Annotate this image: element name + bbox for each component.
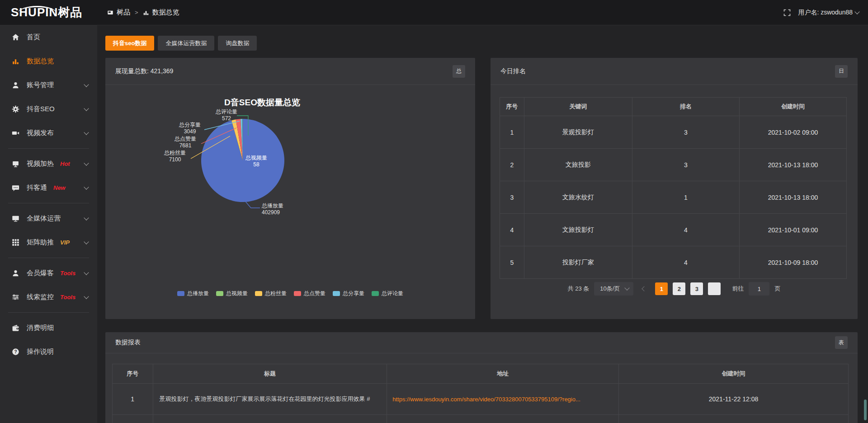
monitor-icon — [12, 215, 20, 222]
page-button-3[interactable]: 3 — [690, 282, 703, 295]
bar-chart-icon — [143, 9, 149, 16]
screen-icon — [107, 9, 113, 16]
tab-media-operation-data[interactable]: 全媒体运营数据 — [158, 36, 214, 51]
legend-item[interactable]: 总评论量 — [372, 290, 403, 297]
chevron-down-icon — [84, 294, 89, 299]
pie-chart-svg — [201, 119, 284, 202]
chevron-down-icon — [84, 130, 89, 135]
table-row: 5投影灯厂家42021-10-09 18:00 — [500, 246, 847, 279]
sidebar-item-data-overview[interactable]: 数据总览 — [0, 49, 97, 73]
total-view-button[interactable]: 总 — [453, 65, 465, 78]
sidebar-item-video-publish[interactable]: 视频发布 — [0, 121, 97, 145]
column-header: 序号 — [500, 98, 524, 116]
chart-legend: 总播放量总视频量总粉丝量总点赞量总分享量总评论量 — [105, 290, 475, 297]
page-button-1[interactable]: 1 — [655, 282, 668, 295]
sidebar-item-label: 矩阵助推 — [27, 238, 54, 247]
tab-inquiry-data[interactable]: 询盘数据 — [218, 36, 257, 51]
next-page-button[interactable] — [708, 282, 721, 295]
table-cell: 3 — [632, 149, 739, 181]
chevron-left-icon — [642, 286, 647, 291]
daily-view-button[interactable]: 日 — [835, 65, 848, 78]
chevron-down-icon — [84, 215, 89, 220]
chart-panel-header: 展现量总数: 421,369 总 — [105, 58, 475, 85]
sidebar-divider — [8, 312, 89, 313]
table-view-button[interactable]: 表 — [835, 336, 848, 349]
breadcrumb-item-home[interactable]: 树品 — [117, 8, 130, 17]
pie-label-comments: 总评论量 572 — [216, 108, 237, 122]
legend-item[interactable]: 总分享量 — [333, 290, 364, 297]
sidebar-item-consume-detail[interactable]: 消费明细 — [0, 316, 97, 340]
bar-chart-icon — [12, 57, 20, 65]
column-header: 创建时间 — [739, 98, 846, 116]
prev-page-button[interactable] — [638, 282, 650, 295]
chart-panel: 展现量总数: 421,369 总 D音SEO数据量总览 总评论量 572 总分享… — [105, 58, 475, 319]
sidebar-item-label: 全媒体运营 — [27, 214, 61, 223]
table-row: 2文旅投影32021-10-13 18:00 — [500, 149, 847, 181]
empty-cell — [113, 415, 153, 423]
page-scrollbar[interactable] — [863, 25, 867, 423]
fullscreen-icon[interactable] — [783, 9, 791, 16]
top-header: SHUPIN树品 树品 > 数据总览 用户名: zswodun88 — [0, 0, 868, 25]
sidebar-item-label: 数据总览 — [27, 57, 54, 66]
breadcrumb-separator: > — [135, 9, 138, 16]
sidebar-item-douyin-seo[interactable]: 抖音SEO — [0, 97, 97, 121]
url-cell: https://www.iesdouyin.com/share/video/70… — [387, 384, 619, 415]
legend-item[interactable]: 总粉丝量 — [255, 290, 287, 297]
home-icon — [12, 33, 20, 41]
table-cell: 2021-10-01 09:00 — [739, 214, 846, 246]
time-cell: 2021-11-22 12:08 — [619, 384, 849, 415]
legend-swatch — [372, 291, 379, 296]
sidebar-item-matrix-boost[interactable]: 矩阵助推VIP — [0, 230, 97, 254]
user-icon — [12, 81, 20, 89]
chevron-down-icon — [84, 160, 89, 165]
sidebar-item-badge: VIP — [60, 239, 70, 246]
legend-item[interactable]: 总播放量 — [177, 290, 209, 297]
sidebar-item-help[interactable]: ?操作说明 — [0, 340, 97, 364]
sidebar-item-home[interactable]: 首页 — [0, 25, 97, 49]
column-header: 标题 — [153, 364, 387, 384]
goto-page-input[interactable] — [749, 282, 769, 296]
impressions-total: 展现量总数: 421,369 — [115, 67, 173, 75]
empty-cell — [387, 415, 619, 423]
legend-swatch — [177, 291, 184, 296]
report-panel: 数据报表 表 序号标题地址创建时间1景观投影灯，夜游景观投影灯厂家展示展示落花灯… — [105, 332, 858, 423]
table-cell: 4 — [632, 214, 739, 246]
table-cell: 2021-10-02 09:00 — [739, 116, 846, 149]
table-cell: 文旅投影 — [524, 149, 632, 181]
chevron-down-icon — [84, 106, 89, 111]
legend-item[interactable]: 总点赞量 — [294, 290, 326, 297]
table-row: 1景观投影灯32021-10-02 09:00 — [500, 116, 847, 149]
page-button-2[interactable]: 2 — [673, 282, 685, 295]
table-row: 3文旅水纹灯12021-10-13 18:00 — [500, 181, 847, 214]
scrollbar-thumb[interactable] — [864, 400, 867, 420]
header-right: 用户名: zswodun88 — [783, 9, 868, 17]
chevron-down-icon — [84, 270, 89, 275]
main-content: 抖音seo数据全媒体运营数据询盘数据 展现量总数: 421,369 总 D音SE… — [97, 25, 868, 423]
legend-item[interactable]: 总视频量 — [216, 290, 248, 297]
page-size-select[interactable]: 10条/页 — [594, 282, 633, 296]
pie-label-videos: 总视频量 58 — [245, 155, 267, 168]
empty-cell — [153, 415, 387, 423]
table-cell: 4 — [500, 214, 524, 246]
goto-suffix: 页 — [774, 285, 780, 293]
screen-icon — [12, 160, 20, 168]
tab-douyin-seo-data[interactable]: 抖音seo数据 — [105, 36, 154, 51]
sidebar-item-label: 线索监控 — [27, 293, 54, 301]
table-cell: 文旅投影灯 — [524, 214, 632, 246]
user-menu[interactable]: 用户名: zswodun88 — [798, 9, 859, 17]
sidebar-item-account-manage[interactable]: 账号管理 — [0, 73, 97, 97]
sidebar-item-media-operation[interactable]: 全媒体运营 — [0, 207, 97, 230]
sidebar-item-badge: Hot — [60, 160, 70, 167]
video-camera-icon — [12, 129, 20, 137]
chat-icon — [12, 184, 20, 192]
sidebar-item-member-baoke[interactable]: 会员爆客Tools — [0, 261, 97, 285]
video-link[interactable]: https://www.iesdouyin.com/share/video/70… — [392, 396, 580, 403]
legend-label: 总评论量 — [382, 290, 403, 297]
table-cell: 5 — [500, 246, 524, 279]
sidebar-item-video-heat[interactable]: 视频加热Hot — [0, 152, 97, 176]
sidebar-item-clue-monitor[interactable]: 线索监控Tools — [0, 285, 97, 309]
sidebar-item-douketong[interactable]: 抖客通New — [0, 176, 97, 200]
pie-label-shares: 总分享量 3049 — [179, 122, 201, 135]
legend-label: 总分享量 — [343, 290, 364, 297]
report-panel-title: 数据报表 — [115, 338, 141, 347]
